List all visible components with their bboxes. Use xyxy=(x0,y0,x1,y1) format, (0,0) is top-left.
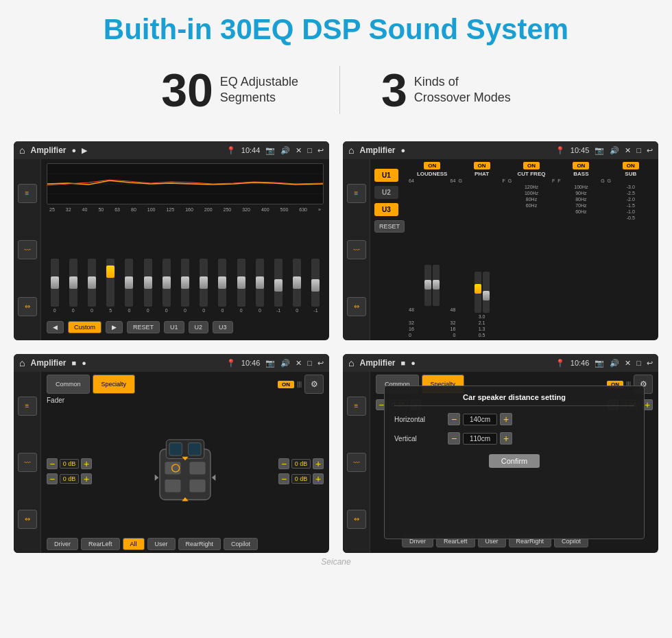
distance-area: Common Specialty ON ||| ⚙ − 0 dB + xyxy=(370,372,658,553)
dot-icon-1: ● xyxy=(71,146,76,154)
sliders-area: 0 0 0 5 0 xyxy=(47,215,324,316)
eq-slider-13[interactable]: 0 xyxy=(289,259,305,313)
u2-preset[interactable]: U2 xyxy=(374,186,398,199)
db-minus-tl[interactable]: − xyxy=(47,458,58,469)
screen3-content: ≡ 〰 ⇔ Common Specialty ON ||| ⚙ Fader xyxy=(14,372,329,553)
left-controls-3: − 0 dB + − 0 dB + xyxy=(47,407,92,535)
eq-slider-4[interactable]: 0 xyxy=(121,259,137,313)
eq-slider-1[interactable]: 0 xyxy=(65,259,81,313)
eq-slider-12[interactable]: -1 xyxy=(270,259,286,313)
db-val-tl: 0 dB xyxy=(60,459,79,469)
stat-eq: 30 EQ AdjustableSegments xyxy=(120,67,339,113)
u2-btn[interactable]: U2 xyxy=(189,321,209,333)
distance-dialog: Car speaker distance setting Horizontal … xyxy=(384,386,645,539)
copilot-btn-3[interactable]: Copilot xyxy=(224,538,258,550)
db-plus-tr[interactable]: + xyxy=(313,458,324,469)
db-plus-tl[interactable]: + xyxy=(81,458,92,469)
eq-slider-6[interactable]: 0 xyxy=(158,259,174,313)
sidebar-btn-wave3[interactable]: 〰 xyxy=(18,453,37,472)
prev-btn[interactable]: ◀ xyxy=(47,321,64,333)
home-icon-2[interactable]: ⌂ xyxy=(348,145,354,156)
vol-icon-4: 🔊 xyxy=(610,359,619,368)
sidebar-4: ≡ 〰 ⇔ xyxy=(343,372,370,553)
dot-icon-4: ● xyxy=(411,359,416,367)
db-minus-bl[interactable]: − xyxy=(47,473,58,484)
eq-slider-5[interactable]: 0 xyxy=(140,259,156,313)
sidebar-btn-eq[interactable]: ≡ xyxy=(18,184,37,203)
u3-preset[interactable]: U3 xyxy=(374,203,398,216)
u3-btn[interactable]: U3 xyxy=(213,321,233,333)
sidebar-btn-arrows4[interactable]: ⇔ xyxy=(347,510,366,529)
eq-slider-11[interactable]: 0 xyxy=(252,259,267,313)
eq-slider-14[interactable]: -1 xyxy=(308,259,324,313)
horizontal-row: Horizontal − 140cm + xyxy=(394,413,634,425)
vol-icon-1: 🔊 xyxy=(280,146,290,155)
topbar-4: ⌂ Amplifier ■ ● 📍 10:46 📷 🔊 ✕ □ ↩ xyxy=(343,354,658,372)
home-icon-1[interactable]: ⌂ xyxy=(19,145,25,156)
user-btn-3[interactable]: User xyxy=(147,538,176,550)
home-icon-4[interactable]: ⌂ xyxy=(348,357,354,368)
eq-slider-2[interactable]: 0 xyxy=(84,259,99,313)
eq-slider-3[interactable]: 5 xyxy=(103,259,119,313)
eq-area: 2532405063 80100125160200 25032040050063… xyxy=(41,159,329,340)
db-plus-br[interactable]: + xyxy=(313,473,324,484)
sidebar-btn-wave4[interactable]: 〰 xyxy=(347,453,366,472)
car-diagram-3 xyxy=(97,407,273,535)
common-tab-3[interactable]: Common xyxy=(47,375,90,394)
fader-toggle-3[interactable]: ON xyxy=(278,381,294,388)
sidebar-btn-eq4[interactable]: ≡ xyxy=(347,397,366,416)
custom-btn[interactable]: Custom xyxy=(68,321,101,333)
sidebar-btn-arrows[interactable]: ⇔ xyxy=(18,297,37,316)
eq-graph xyxy=(47,163,324,204)
sidebar-btn-arrows2[interactable]: ⇔ xyxy=(347,297,366,316)
brand-credit: Seicane xyxy=(321,557,350,567)
vertical-minus[interactable]: − xyxy=(448,432,460,445)
loudness-lo: 3232 xyxy=(409,320,455,325)
all-btn-3[interactable]: All xyxy=(123,538,145,550)
u1-preset[interactable]: U1 xyxy=(374,169,398,182)
eq-slider-7[interactable]: 0 xyxy=(177,259,193,313)
vertical-plus[interactable]: + xyxy=(500,432,512,445)
db-minus-tr[interactable]: − xyxy=(278,458,289,469)
horizontal-minus[interactable]: − xyxy=(448,413,460,425)
reset-btn[interactable]: RESET xyxy=(127,321,160,333)
sidebar-btn-wave2[interactable]: 〰 xyxy=(347,240,366,259)
phat-sliders xyxy=(475,185,490,313)
eq-slider-0[interactable]: 0 xyxy=(47,259,62,313)
specialty-tab-3[interactable]: Specialty xyxy=(93,375,136,394)
topbar-3: ⌂ Amplifier ■ ● 📍 10:46 📷 🔊 ✕ □ ↩ xyxy=(14,354,329,372)
sq-icon-3: □ xyxy=(307,359,312,367)
loudness-lo2: 1616 xyxy=(409,327,455,331)
home-icon-3[interactable]: ⌂ xyxy=(19,357,25,368)
play-icon-1: ▶ xyxy=(82,146,87,155)
sub-on: ON xyxy=(623,162,639,169)
eq-slider-9[interactable]: 0 xyxy=(215,259,230,313)
eq-bottom: ◀ Custom ▶ RESET U1 U2 U3 xyxy=(47,318,324,336)
sidebar-btn-wave[interactable]: 〰 xyxy=(18,240,37,259)
eq-slider-10[interactable]: 0 xyxy=(233,259,249,313)
horizontal-plus[interactable]: + xyxy=(500,413,512,425)
speaker-bottom-3: Driver RearLeft All User RearRight Copil… xyxy=(47,538,324,550)
reset-cross-btn[interactable]: RESET xyxy=(374,220,405,233)
sidebar-btn-arrows3[interactable]: ⇔ xyxy=(18,510,37,529)
dialog-title: Car speaker distance setting xyxy=(394,393,634,406)
svg-marker-15 xyxy=(155,474,159,480)
db-val-tr: 0 dB xyxy=(291,459,311,469)
stat-crossover: 3 Kinds ofCrossover Modes xyxy=(340,67,552,113)
sidebar-btn-eq2[interactable]: ≡ xyxy=(347,184,366,203)
driver-btn-3[interactable]: Driver xyxy=(47,538,78,550)
svg-rect-10 xyxy=(165,480,180,492)
loudness-labels: 6464 xyxy=(409,178,455,183)
topbar-title-1: Amplifier xyxy=(30,145,66,155)
confirm-button[interactable]: Confirm xyxy=(489,454,540,468)
play-btn[interactable]: ▶ xyxy=(106,321,123,333)
rearleft-btn-3[interactable]: RearLeft xyxy=(81,538,120,550)
rearright-btn-3[interactable]: RearRight xyxy=(178,538,221,550)
eq-slider-8[interactable]: 0 xyxy=(196,259,212,313)
db-minus-br[interactable]: − xyxy=(278,473,289,484)
sidebar-btn-eq3[interactable]: ≡ xyxy=(18,397,37,416)
loudness-bottom: 4848 xyxy=(409,307,455,312)
db-plus-bl[interactable]: + xyxy=(81,473,92,484)
vertical-control: − 110cm + xyxy=(448,432,512,445)
u1-btn[interactable]: U1 xyxy=(164,321,184,333)
